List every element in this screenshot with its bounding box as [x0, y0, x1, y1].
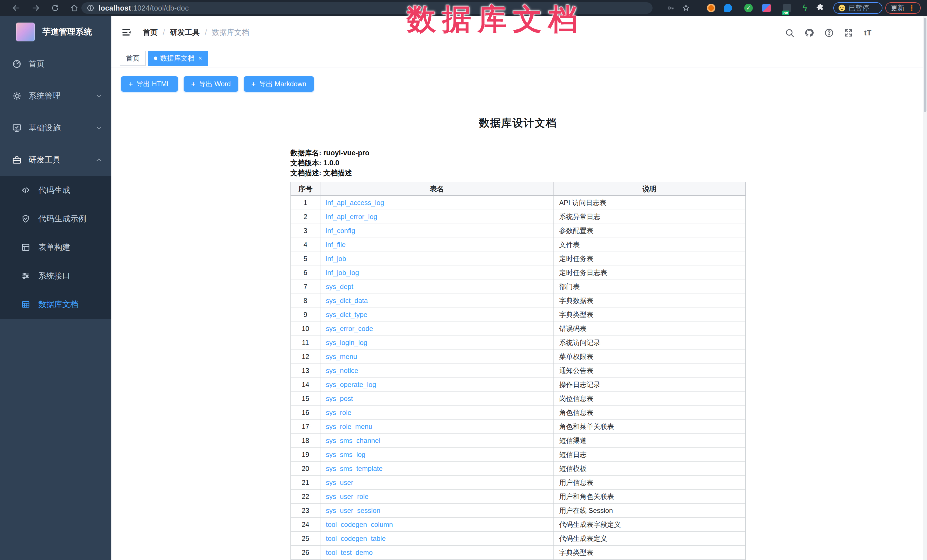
puzzle-extension-icon[interactable]: [815, 3, 825, 13]
sidebar-item-研发工具[interactable]: 研发工具: [0, 144, 111, 176]
reload-icon[interactable]: [50, 3, 61, 14]
help-icon[interactable]: [824, 27, 834, 38]
tab-close-icon[interactable]: ×: [199, 55, 202, 61]
key-icon[interactable]: [666, 3, 676, 13]
table-name-link[interactable]: inf_api_access_log: [326, 199, 384, 206]
shield-check-icon: [21, 214, 30, 223]
app-logo-row[interactable]: 芋道管理系统: [0, 16, 111, 48]
table-header-说明: 说明: [554, 182, 746, 196]
table-name-link[interactable]: sys_user_role: [326, 493, 368, 500]
table-name-link[interactable]: sys_dict_type: [326, 311, 367, 319]
table-name-link[interactable]: sys_user_session: [326, 507, 380, 514]
export-button-导出 Word[interactable]: +导出 Word: [184, 76, 238, 92]
fullscreen-icon[interactable]: [843, 27, 854, 38]
grid-extension-icon[interactable]: [761, 3, 772, 13]
blue-extension-icon[interactable]: [723, 3, 733, 13]
row-index: 20: [291, 461, 321, 475]
main-content: +导出 HTML+导出 Word+导出 Markdown 数据库设计文档 数据库…: [111, 67, 927, 560]
back-icon[interactable]: [11, 3, 22, 14]
table-name-cell: sys_sms_log: [321, 448, 554, 461]
table-desc-cell: 操作日志记录: [554, 378, 746, 392]
github-icon[interactable]: [804, 27, 815, 38]
row-index: 6: [291, 266, 321, 279]
table-name-link[interactable]: tool_test_demo: [326, 549, 373, 556]
update-button[interactable]: 更新 ⋮: [885, 2, 921, 14]
table-row: 21sys_user用户信息表: [291, 475, 746, 489]
table-desc-cell: 用户和角色关联表: [554, 489, 746, 504]
breadcrumb-segment[interactable]: 首页: [143, 27, 158, 37]
table-name-link[interactable]: sys_notice: [326, 367, 358, 374]
font-size-icon[interactable]: tT: [862, 27, 873, 38]
paused-badge-label: 已暂停: [849, 3, 869, 12]
home-icon[interactable]: [69, 3, 80, 14]
table-row: 10sys_error_code错误码表: [291, 322, 746, 335]
scrollbar-thumb[interactable]: [924, 18, 926, 112]
export-button-导出 Markdown[interactable]: +导出 Markdown: [244, 76, 314, 92]
sidebar-item-系统管理[interactable]: 系统管理: [0, 80, 111, 112]
table-name-link[interactable]: sys_user: [326, 479, 353, 486]
table-desc-cell: 参数配置表: [554, 224, 746, 238]
table-name-cell: sys_dept: [321, 279, 554, 294]
table-name-link[interactable]: tool_codegen_table: [326, 534, 386, 542]
table-name-link[interactable]: sys_sms_channel: [326, 437, 380, 444]
green-check-extension-icon[interactable]: ✓: [743, 3, 754, 13]
table-row: 18sys_sms_channel短信渠道: [291, 434, 746, 448]
table-name-link[interactable]: inf_file: [326, 241, 345, 249]
table-name-link[interactable]: sys_menu: [326, 353, 357, 360]
sidebar-subitem-表单构建[interactable]: 表单构建: [0, 233, 111, 262]
sidebar-item-首页[interactable]: 首页: [0, 48, 111, 80]
table-name-link[interactable]: sys_sms_log: [326, 451, 366, 458]
table-name-link[interactable]: sys_post: [326, 395, 353, 402]
page-scrollbar[interactable]: [923, 16, 927, 560]
browser-menu-icon[interactable]: ⋮: [908, 4, 915, 12]
table-row: 8sys_dict_data字典数据表: [291, 294, 746, 308]
table-name-link[interactable]: sys_dept: [326, 283, 353, 290]
table-name-link[interactable]: tool_codegen_column: [326, 521, 393, 528]
row-index: 16: [291, 405, 321, 419]
table-name-cell: sys_post: [321, 392, 554, 405]
row-index: 24: [291, 518, 321, 531]
table-name-link[interactable]: sys_role: [326, 409, 351, 416]
sidebar-item-基础设施[interactable]: 基础设施: [0, 112, 111, 144]
sidebar-subitem-代码生成示例[interactable]: 代码生成示例: [0, 205, 111, 233]
meta-value: 文档描述: [323, 169, 352, 177]
export-button-导出 HTML[interactable]: +导出 HTML: [121, 76, 178, 92]
green-s-extension-icon[interactable]: ϟ: [799, 3, 810, 13]
gear-icon: [12, 91, 22, 101]
url-text: localhost:1024/tool/db-doc: [99, 4, 189, 12]
sidebar-subitem-系统接口[interactable]: 系统接口: [0, 262, 111, 290]
chevron-down-icon: [95, 124, 103, 132]
orange-extension-icon[interactable]: [706, 3, 716, 13]
table-desc-cell: 字典类型表: [554, 545, 746, 559]
hamburger-icon[interactable]: [121, 27, 132, 38]
forward-icon[interactable]: [30, 3, 41, 14]
table-name-link[interactable]: inf_job: [326, 255, 346, 263]
table-desc-cell: 菜单权限表: [554, 349, 746, 364]
table-name-cell: tool_test_demo: [321, 545, 554, 559]
table-name-link[interactable]: sys_role_menu: [326, 423, 372, 430]
table-name-link[interactable]: inf_job_log: [326, 269, 359, 276]
table-name-link[interactable]: inf_api_error_log: [326, 213, 377, 220]
profile-paused-chip[interactable]: 已暂停: [833, 2, 883, 14]
sidebar-subitem-数据库文档[interactable]: 数据库文档: [0, 290, 111, 319]
table-name-link[interactable]: sys_login_log: [326, 339, 367, 346]
table-name-link[interactable]: sys_sms_template: [326, 464, 383, 472]
table-row: 14sys_operate_log操作日志记录: [291, 378, 746, 392]
table-row: 24tool_codegen_column代码生成表字段定义: [291, 518, 746, 531]
row-index: 19: [291, 448, 321, 461]
tab-首页[interactable]: 首页: [120, 51, 146, 66]
tab-数据库文档[interactable]: 数据库文档×: [148, 51, 208, 66]
site-info-icon[interactable]: [87, 4, 94, 12]
breadcrumb-segment[interactable]: 研发工具: [170, 27, 200, 37]
table-name-link[interactable]: sys_error_code: [326, 325, 373, 332]
sidebar-subitem-label: 代码生成: [38, 185, 70, 196]
table-name-cell: sys_error_code: [321, 322, 554, 335]
star-icon[interactable]: [681, 3, 691, 13]
table-name-link[interactable]: sys_dict_data: [326, 297, 368, 304]
plus-icon: +: [129, 80, 133, 88]
on-badge-extension-icon[interactable]: on: [782, 3, 792, 13]
table-name-link[interactable]: sys_operate_log: [326, 381, 376, 389]
search-icon[interactable]: [784, 27, 795, 38]
sidebar-subitem-代码生成[interactable]: 代码生成: [0, 176, 111, 205]
table-name-link[interactable]: inf_config: [326, 227, 355, 234]
